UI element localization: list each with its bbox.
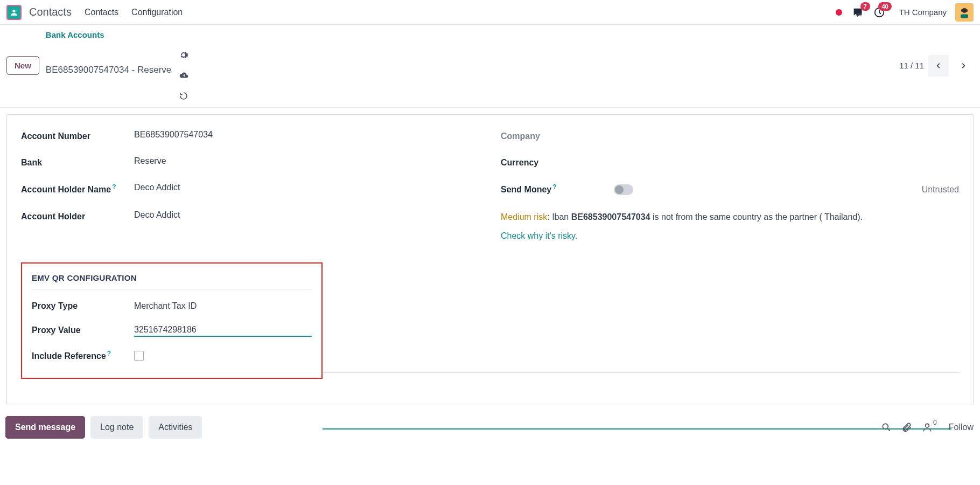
emv-qr-section-highlight: EMV QR CONFIGURATION Proxy Type Merchant… — [21, 262, 323, 378]
follower-count: 0 — [933, 419, 937, 426]
app-name[interactable]: Contacts — [29, 6, 72, 18]
cloud-upload-icon[interactable] — [179, 71, 190, 80]
risk-iban: BE68539007547034 — [571, 212, 650, 221]
label-send-money: Send Money? — [501, 183, 614, 196]
discard-icon[interactable] — [179, 91, 190, 101]
company-switcher[interactable]: TH Company — [899, 8, 947, 17]
proxy-value-underline-extension — [323, 428, 951, 429]
log-note-button[interactable]: Log note — [90, 416, 143, 439]
svg-rect-5 — [961, 9, 968, 12]
form-sheet: Account Number BE68539007547034 Bank Res… — [6, 114, 974, 405]
gear-icon[interactable] — [179, 50, 190, 60]
risk-level: Medium risk — [501, 212, 547, 221]
control-bar: New Bank Accounts BE68539007547034 - Res… — [0, 25, 980, 107]
label-bank: Bank — [21, 156, 134, 169]
send-message-button[interactable]: Send message — [5, 416, 85, 439]
search-icon[interactable] — [881, 422, 892, 433]
messages-icon[interactable]: 7 — [852, 6, 864, 18]
proxy-value-input[interactable] — [134, 324, 312, 337]
send-money-status: Untrusted — [922, 185, 959, 195]
activities-button[interactable]: Activities — [149, 416, 202, 439]
status-dot-icon — [836, 9, 842, 16]
label-account-number: Account Number — [21, 130, 134, 142]
risk-link[interactable]: Check why it's risky. — [501, 231, 577, 241]
value-bank[interactable]: Reserve — [134, 156, 479, 169]
label-proxy-value: Proxy Value — [32, 325, 134, 335]
follow-button[interactable]: Follow — [949, 422, 974, 432]
followers-icon[interactable]: 0 — [922, 422, 933, 433]
risk-message: Medium risk: Iban BE68539007547034 is no… — [501, 210, 959, 224]
section-divider-right — [323, 372, 959, 373]
breadcrumb-parent[interactable]: Bank Accounts — [46, 30, 190, 39]
label-account-holder: Account Holder — [21, 210, 134, 223]
emv-section-title: EMV QR CONFIGURATION — [32, 273, 312, 286]
pager: 11 / 11 — [899, 55, 974, 77]
label-currency: Currency — [501, 156, 614, 169]
label-include-reference: Include Reference? — [32, 350, 134, 361]
left-column: Account Number BE68539007547034 Bank Res… — [21, 130, 479, 241]
new-button[interactable]: New — [6, 56, 39, 75]
activities-clock-icon[interactable]: 40 — [873, 6, 885, 18]
record-title: BE68539007547034 - Reserve — [46, 65, 171, 75]
value-currency[interactable] — [614, 156, 959, 169]
messages-badge: 7 — [860, 2, 870, 11]
breadcrumb-current: BE68539007547034 - Reserve — [46, 39, 190, 101]
help-icon[interactable]: ? — [552, 183, 556, 191]
app-icon[interactable] — [6, 5, 22, 20]
label-holder-name: Account Holder Name? — [21, 183, 134, 196]
help-icon[interactable]: ? — [112, 183, 116, 191]
label-proxy-type: Proxy Type — [32, 301, 134, 311]
value-proxy-type[interactable]: Merchant Tax ID — [134, 301, 312, 311]
value-account-number[interactable]: BE68539007547034 — [134, 130, 479, 142]
pager-text: 11 / 11 — [899, 61, 924, 70]
send-money-toggle[interactable] — [614, 184, 633, 195]
top-nav: Contacts Contacts Configuration 7 40 TH … — [0, 0, 980, 25]
value-holder-name[interactable]: Deco Addict — [134, 183, 479, 196]
value-account-holder[interactable]: Deco Addict — [134, 210, 479, 223]
svg-point-7 — [925, 424, 929, 427]
value-company[interactable] — [614, 130, 959, 142]
svg-rect-4 — [961, 14, 968, 18]
pager-prev-button[interactable] — [928, 55, 949, 77]
chatter-bar: Send message Log note Activities 0 Follo… — [0, 412, 980, 443]
user-avatar[interactable] — [955, 3, 974, 22]
label-company: Company — [501, 130, 614, 142]
svg-point-6 — [883, 424, 888, 429]
right-column: Company Currency Send Money? Untrusted — [501, 130, 959, 241]
include-reference-checkbox[interactable] — [134, 351, 144, 361]
menu-contacts[interactable]: Contacts — [85, 8, 118, 17]
attachment-icon[interactable] — [901, 422, 912, 433]
pager-next-button[interactable] — [953, 55, 974, 77]
activities-badge: 40 — [878, 2, 891, 11]
svg-point-0 — [12, 9, 15, 12]
menu-configuration[interactable]: Configuration — [131, 8, 183, 17]
help-icon[interactable]: ? — [107, 350, 111, 357]
